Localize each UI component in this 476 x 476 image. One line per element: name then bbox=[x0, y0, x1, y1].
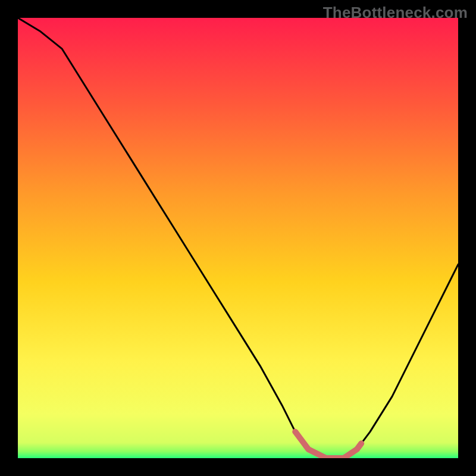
bottleneck-chart bbox=[18, 18, 458, 458]
watermark-text: TheBottleneck.com bbox=[323, 4, 468, 22]
chart-frame bbox=[18, 18, 458, 458]
